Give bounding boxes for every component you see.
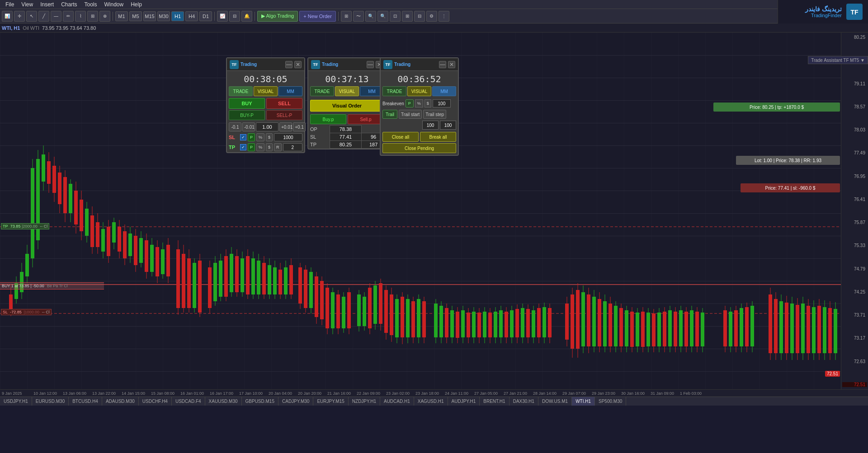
tp-checkbox[interactable]: ✓: [240, 144, 246, 150]
panel1-header[interactable]: TF Trading — ✕: [227, 58, 304, 71]
toolbar-grid[interactable]: ⊞: [341, 11, 352, 22]
menu-tools[interactable]: Tools: [81, 1, 101, 8]
break-all-button[interactable]: Break all: [420, 132, 456, 142]
lot-plus-0-01[interactable]: +0.01: [279, 122, 292, 131]
toolbar-chart-type[interactable]: 📊: [2, 11, 13, 22]
new-order-button[interactable]: + New Order: [299, 11, 336, 22]
sl-mode-dollar[interactable]: $: [266, 133, 273, 141]
panel2-header[interactable]: TF Trading — ✕: [308, 58, 386, 71]
panel1-buy-button[interactable]: BUY: [229, 98, 265, 109]
tp-mode-p[interactable]: P: [248, 143, 255, 151]
sym-tab-btcusd[interactable]: BTCUSD.H4: [69, 397, 102, 406]
panel2-minimize-btn[interactable]: —: [367, 61, 374, 68]
menu-insert[interactable]: Insert: [37, 1, 57, 8]
trail-button[interactable]: Trail: [382, 110, 397, 119]
timeframe-m5[interactable]: M5: [129, 11, 142, 21]
sym-tab-xauusd[interactable]: XAUUSD.M30: [205, 397, 242, 406]
panel2-tab-trade[interactable]: TRADE: [310, 86, 334, 96]
toolbar-template[interactable]: ⊟: [229, 11, 240, 22]
algo-trading-button[interactable]: ▶ Algo Trading: [257, 11, 298, 22]
lot-minus-0-01[interactable]: -0.01: [242, 122, 255, 131]
toolbar-zoom-minus[interactable]: 🔍: [365, 11, 376, 22]
be-dollar-btn[interactable]: $: [425, 99, 431, 107]
toolbar-more[interactable]: ⋮: [439, 11, 449, 22]
sym-tab-eurusd[interactable]: EURUSD.M30: [32, 397, 69, 406]
panel1-sell-button[interactable]: SELL: [266, 98, 302, 109]
toolbar-zoom-plus[interactable]: 🔍: [377, 11, 388, 22]
panel3-tab-trade[interactable]: TRADE: [382, 86, 406, 96]
sym-tab-brent[interactable]: BRENT.H1: [480, 397, 509, 406]
toolbar-indicator[interactable]: 📈: [217, 11, 228, 22]
sym-tab-wti[interactable]: WTI.H1: [572, 397, 595, 406]
close-pending-button[interactable]: Close Pending: [382, 143, 456, 153]
panel1-tab-trade[interactable]: TRADE: [229, 86, 253, 96]
sym-tab-nzdjpy[interactable]: NZDJPY.H1: [349, 397, 380, 406]
panel2-buyp-button[interactable]: Buy.p: [310, 114, 346, 124]
panel3-minimize-btn[interactable]: —: [439, 61, 446, 68]
tp-mode-dollar[interactable]: $: [266, 143, 273, 151]
timeframe-h1[interactable]: H1: [171, 11, 184, 21]
trail-step-button[interactable]: Trail step: [423, 110, 446, 119]
toolbar-alert[interactable]: 🔔: [241, 11, 252, 22]
sym-tab-usdjpy[interactable]: USDJPY.H1: [0, 397, 32, 406]
trail-start-button[interactable]: Trail start: [399, 110, 422, 119]
panel3-header[interactable]: TF Trading — ✕: [381, 58, 458, 71]
menu-charts[interactable]: Charts: [57, 1, 80, 8]
toolbar-arrow[interactable]: ↖: [26, 11, 37, 22]
sym-tab-gbpusd[interactable]: GBPUSD.M15: [242, 397, 278, 406]
timeframe-d1[interactable]: D1: [199, 11, 212, 21]
panel2-sellp-button[interactable]: Sell.p: [348, 114, 384, 124]
panel1-minimize-btn[interactable]: —: [285, 61, 292, 68]
lot-minus-0-1[interactable]: -0.1: [229, 122, 241, 131]
panel2-tab-visual[interactable]: VISUAL: [335, 86, 359, 96]
toolbar-crosshair[interactable]: ✛: [14, 11, 25, 22]
visual-order-button[interactable]: Visual Order: [310, 100, 384, 112]
tp-mode-r[interactable]: R: [274, 143, 282, 151]
menu-help[interactable]: Help: [127, 1, 146, 8]
sym-tab-usdcad[interactable]: USDCAD.F4: [172, 397, 205, 406]
sym-tab-xagusd[interactable]: XAGUSD.H1: [414, 397, 448, 406]
panel1-sellp-button[interactable]: SELL-P: [266, 110, 302, 120]
panel3-tab-mm[interactable]: MM: [432, 86, 456, 96]
toolbar-zoom-in[interactable]: ⊕: [99, 11, 110, 22]
panel1-close-btn[interactable]: ✕: [294, 61, 302, 68]
lot-plus-0-1[interactable]: +0.1: [293, 122, 306, 131]
be-value-input[interactable]: [433, 99, 451, 107]
sym-tab-dowus[interactable]: DOW.US.M1: [538, 397, 572, 406]
menu-view[interactable]: View: [18, 1, 37, 8]
sym-tab-eurjpy[interactable]: EURJPY.M15: [313, 397, 348, 406]
lot-input[interactable]: [256, 122, 278, 131]
be-pct-btn[interactable]: %: [415, 99, 423, 107]
toolbar-fibonacci[interactable]: ⌇: [75, 11, 86, 22]
trail-step-value[interactable]: [440, 121, 456, 130]
be-p-btn[interactable]: P: [406, 99, 414, 107]
toolbar-hline[interactable]: —: [51, 11, 61, 22]
menu-file[interactable]: File: [2, 1, 18, 8]
toolbar-layout[interactable]: ⊞: [402, 11, 413, 22]
panel3-close-btn[interactable]: ✕: [448, 61, 455, 68]
panel3-tab-visual[interactable]: VISUAL: [407, 86, 431, 96]
sl-mode-p[interactable]: P: [248, 133, 255, 141]
panel1-buyp-button[interactable]: BUY-P: [229, 110, 265, 120]
toolbar-settings[interactable]: ⚙: [426, 11, 437, 22]
sym-tab-usdchf[interactable]: USDCHF.H4: [139, 397, 172, 406]
panel1-tab-visual[interactable]: VISUAL: [254, 86, 278, 96]
sym-tab-cadjpy[interactable]: CADJPY.M30: [278, 397, 313, 406]
sl-checkbox[interactable]: ✓: [240, 134, 246, 140]
timeframe-m1[interactable]: M1: [115, 11, 128, 21]
sl-value-input[interactable]: [274, 133, 302, 141]
tp-value-input[interactable]: [283, 143, 302, 151]
timeframe-m15[interactable]: M15: [143, 11, 156, 21]
toolbar-line[interactable]: ╱: [38, 11, 49, 22]
sym-tab-sp500[interactable]: SP500.M30: [595, 397, 626, 406]
toolbar-measure[interactable]: ⊞: [87, 11, 98, 22]
menu-window[interactable]: Window: [101, 1, 127, 8]
trade-assistant-label[interactable]: Trade Assistant TF MT5 ▼: [808, 56, 868, 64]
trail-start-value[interactable]: [422, 121, 439, 130]
toolbar-auto-scroll[interactable]: ⊡: [390, 11, 401, 22]
sym-tab-audcad[interactable]: AUDCAD.H1: [380, 397, 414, 406]
panel1-tab-mm[interactable]: MM: [278, 86, 302, 96]
tp-mode-pct[interactable]: %: [256, 143, 264, 151]
toolbar-wave[interactable]: 〜: [353, 11, 364, 22]
sym-tab-audjpy[interactable]: AUDJPY.H1: [448, 397, 480, 406]
